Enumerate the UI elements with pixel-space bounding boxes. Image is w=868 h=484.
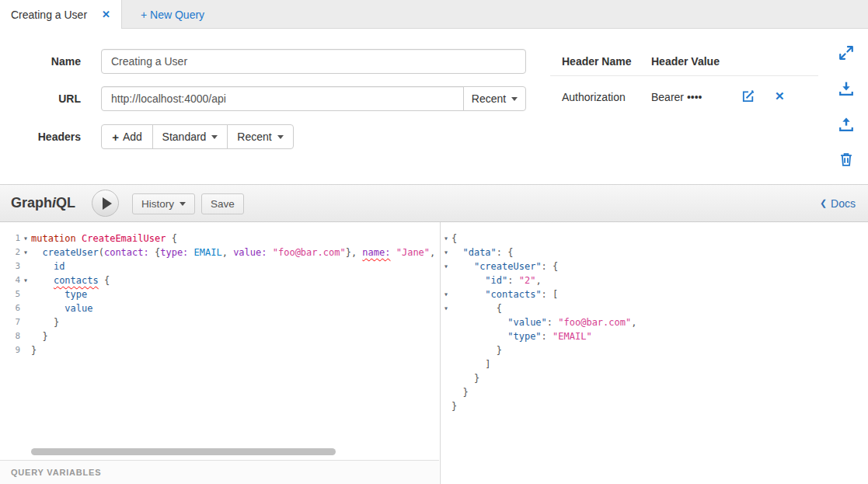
chevron-left-icon: ❮ bbox=[820, 198, 827, 208]
upload-icon bbox=[838, 117, 854, 132]
code-line: ▾{ bbox=[441, 232, 868, 245]
code-line: "id": "2", bbox=[441, 273, 868, 287]
code-line: 7 } bbox=[0, 315, 439, 329]
caret-down-icon bbox=[277, 135, 284, 139]
caret-down-icon bbox=[511, 97, 518, 101]
code-line: 4▾ contacts { bbox=[0, 273, 439, 287]
fold-toggle-icon[interactable]: ▾ bbox=[441, 245, 451, 259]
fold-toggle-icon[interactable]: ▾ bbox=[441, 259, 451, 273]
code-line: ▾ "data": { bbox=[441, 245, 868, 259]
line-number: 1 bbox=[0, 232, 20, 245]
caret-down-icon bbox=[180, 202, 186, 206]
headers-table-divider bbox=[550, 75, 818, 76]
line-number: 2 bbox=[0, 245, 20, 259]
code-line: 9} bbox=[0, 343, 439, 357]
code-line: } bbox=[441, 385, 868, 399]
code-line: ▾ "contacts": [ bbox=[441, 287, 868, 301]
play-icon bbox=[103, 197, 112, 210]
code-line: 5 type bbox=[0, 287, 439, 301]
code-line: 3 id bbox=[0, 259, 439, 273]
fold-gutter bbox=[441, 399, 451, 413]
graphiql-toolbar bbox=[0, 184, 868, 222]
tab-creating-a-user[interactable]: Creating a User ✕ bbox=[0, 0, 122, 29]
code-line: ] bbox=[441, 357, 868, 371]
url-input[interactable] bbox=[101, 86, 464, 111]
query-editor-code[interactable]: 1▾mutation CreateEmailUser {2▾ createUse… bbox=[0, 222, 439, 357]
line-number: 7 bbox=[0, 315, 20, 329]
result-viewer-code: ▾{▾ "data": {▾ "createUser": { "id": "2"… bbox=[441, 222, 868, 413]
add-header-button[interactable]: + Add bbox=[101, 124, 153, 149]
url-label: URL bbox=[0, 92, 81, 105]
fold-toggle-icon[interactable]: ▾ bbox=[441, 301, 451, 315]
tab-bar bbox=[0, 0, 868, 29]
code-line: } bbox=[441, 399, 868, 413]
code-line: ▾ { bbox=[441, 301, 868, 315]
delete-button[interactable] bbox=[838, 151, 854, 167]
line-number: 4 bbox=[0, 273, 20, 287]
caret-down-icon bbox=[211, 135, 218, 139]
fold-gutter bbox=[441, 357, 451, 371]
remove-header-button[interactable]: ✕ bbox=[775, 89, 785, 103]
trash-icon bbox=[838, 151, 854, 167]
expand-arrows-icon bbox=[838, 45, 854, 61]
history-button[interactable]: History bbox=[132, 193, 195, 214]
tab-close-icon[interactable]: ✕ bbox=[102, 9, 110, 20]
line-number: 9 bbox=[0, 343, 20, 357]
name-label: Name bbox=[0, 55, 81, 68]
code-line: 8 } bbox=[0, 329, 439, 343]
fold-toggle-icon[interactable]: ▾ bbox=[20, 245, 31, 259]
tab-label: Creating a User bbox=[11, 9, 87, 21]
query-variables-bar[interactable]: QUERY VARIABLES bbox=[0, 460, 439, 484]
import-button[interactable] bbox=[838, 81, 854, 96]
download-icon bbox=[838, 81, 854, 96]
code-line: } bbox=[441, 343, 868, 357]
fold-gutter bbox=[441, 343, 451, 357]
fold-toggle-icon[interactable]: ▾ bbox=[20, 273, 31, 287]
save-button[interactable]: Save bbox=[201, 193, 244, 214]
code-line: 6 value bbox=[0, 301, 439, 315]
fold-toggle-icon[interactable]: ▾ bbox=[20, 232, 31, 245]
docs-link[interactable]: ❮ Docs bbox=[820, 184, 856, 222]
line-number: 8 bbox=[0, 329, 20, 343]
edit-header-button[interactable] bbox=[741, 89, 755, 106]
query-editor[interactable]: 1▾mutation CreateEmailUser {2▾ createUse… bbox=[0, 222, 439, 484]
fold-gutter bbox=[20, 301, 31, 315]
fold-gutter bbox=[20, 259, 31, 273]
fold-gutter bbox=[441, 371, 451, 385]
header-name-cell: Authorization bbox=[562, 91, 626, 103]
new-query-button[interactable]: + New Query bbox=[141, 0, 204, 29]
headers-recent-button[interactable]: Recent bbox=[227, 124, 294, 149]
fold-gutter bbox=[441, 315, 451, 329]
fold-gutter bbox=[20, 343, 31, 357]
query-variables-label: QUERY VARIABLES bbox=[11, 468, 101, 477]
code-line: "value": "foo@bar.com", bbox=[441, 315, 868, 329]
line-number: 6 bbox=[0, 301, 20, 315]
code-line: "type": "EMAIL" bbox=[441, 329, 868, 343]
fold-gutter bbox=[441, 273, 451, 287]
edit-icon bbox=[741, 89, 755, 103]
header-value-cell: Bearer •••• bbox=[651, 91, 702, 103]
fold-toggle-icon[interactable]: ▾ bbox=[441, 232, 451, 245]
plus-icon: + bbox=[112, 131, 119, 144]
execute-button[interactable] bbox=[92, 190, 119, 217]
fold-gutter bbox=[20, 287, 31, 301]
code-line: } bbox=[441, 371, 868, 385]
fold-toggle-icon[interactable]: ▾ bbox=[441, 287, 451, 301]
code-line: 1▾mutation CreateEmailUser { bbox=[0, 232, 439, 245]
graphiql-logo: GraphiQL bbox=[11, 195, 75, 211]
standard-headers-button[interactable]: Standard bbox=[152, 124, 228, 149]
expand-button[interactable] bbox=[838, 45, 854, 61]
horizontal-scrollbar[interactable] bbox=[31, 448, 336, 455]
url-recent-button[interactable]: Recent bbox=[463, 86, 526, 111]
line-number: 3 bbox=[0, 259, 20, 273]
name-input[interactable] bbox=[101, 49, 526, 74]
export-button[interactable] bbox=[838, 117, 854, 132]
result-viewer: ▾{▾ "data": {▾ "createUser": { "id": "2"… bbox=[440, 222, 868, 484]
headers-label: Headers bbox=[0, 131, 81, 143]
code-line: ▾ "createUser": { bbox=[441, 259, 868, 273]
fold-gutter bbox=[441, 329, 451, 343]
code-line: 2▾ createUser(contact: {type: EMAIL, val… bbox=[0, 245, 439, 259]
fold-gutter bbox=[20, 329, 31, 343]
fold-gutter bbox=[20, 315, 31, 329]
line-number: 5 bbox=[0, 287, 20, 301]
